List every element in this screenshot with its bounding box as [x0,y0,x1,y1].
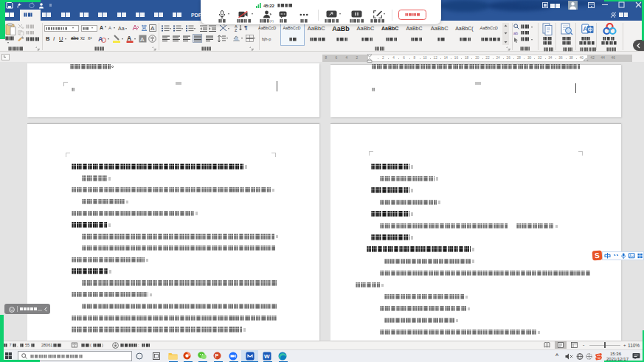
svg-text:W: W [264,353,270,360]
svg-text:ab: ab [513,31,518,35]
svg-text:P: P [215,353,219,358]
svg-text:A: A [150,25,155,32]
svg-text:A: A [140,36,145,43]
svg-text:A: A [98,35,103,43]
